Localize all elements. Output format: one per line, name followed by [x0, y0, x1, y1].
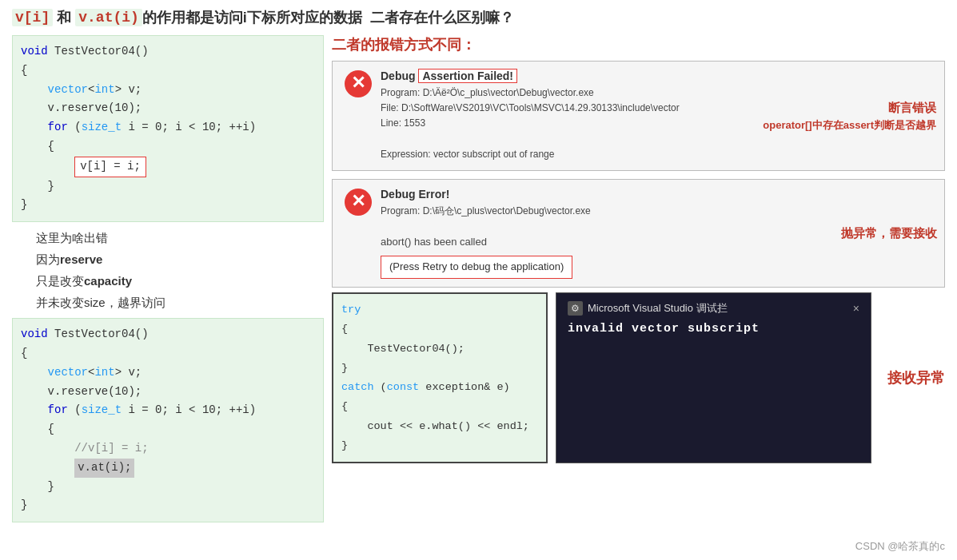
kw-void-1: void	[21, 45, 48, 58]
ann1-line3: 只是改变capacity	[36, 274, 132, 288]
left-panel: void TestVector04() { vector<int> v; v.r…	[12, 35, 324, 526]
bottom-section: try { TestVector04(); } catch (const exc…	[332, 292, 945, 463]
error-dialog-2-wrapper: ✕ Debug Error! Program: D:\码仓\c_plus\vec…	[332, 179, 945, 288]
accept-annotation: 接收异常	[887, 368, 945, 387]
mvs-dialog: ⚙ Microsoft Visual Studio 调试拦 × invalid …	[556, 292, 871, 463]
ann1-line4: 并未改变size，越界访问	[36, 296, 165, 309]
program-line-1: Program: D:\Äë²Ö\c_plus\vector\Debug\vec…	[381, 87, 594, 98]
error-icon-1: ✕	[344, 70, 373, 98]
expression-1: Expression: vector subscript out of rang…	[381, 149, 554, 160]
main-content: void TestVector04() { vector<int> v; v.r…	[12, 35, 945, 526]
right-panel: 二者的报错方式不同： ✕ Debug Assertion Failed! Pro…	[332, 35, 945, 463]
error-body-2: Program: D:\码仓\c_plus\vector\Debug\vecto…	[381, 204, 933, 279]
mvs-title-text: ⚙ Microsoft Visual Studio 调试拦	[568, 301, 728, 316]
code-block-2: void TestVector04() { vector<int> v; v.r…	[12, 318, 324, 522]
error-title-2: Debug Error!	[381, 188, 933, 201]
mvs-title-label: Microsoft Visual Studio 调试拦	[588, 301, 728, 316]
kw-try: try	[341, 304, 361, 316]
mvs-logo: ⚙	[568, 301, 583, 316]
mvs-body: invalid vector subscript	[568, 322, 859, 336]
right-subtitle: 二者的报错方式不同：	[332, 35, 945, 54]
page-title: v[i] 和 v.at(i) 的作用都是访问i下标所对应的数据 二者存在什么区别…	[12, 8, 945, 27]
error-title-1: Debug Assertion Failed!	[381, 70, 933, 82]
ann-right-line2: operator[]中存在assert判断是否越界	[763, 117, 936, 134]
highlighted-at: v.at(i);	[74, 459, 134, 478]
kw-void-2: void	[21, 328, 48, 340]
highlighted-vi: v[i] = i;	[74, 157, 146, 177]
csdn-watermark: CSDN @哈茶真的c	[855, 539, 945, 554]
title-text: 和	[53, 8, 75, 27]
title-suffix: 的作用都是访问i下标所对应的数据 二者存在什么区别嘛？	[142, 8, 514, 27]
page-container: v[i] 和 v.at(i) 的作用都是访问i下标所对应的数据 二者存在什么区别…	[0, 0, 957, 560]
svg-text:✕: ✕	[351, 73, 365, 93]
title-code2: v.at(i)	[75, 9, 142, 26]
annotation-1: 这里为啥出错 因为reserve 只是改变capacity 并未改变size，越…	[36, 227, 324, 313]
error-icon-2: ✕	[344, 188, 373, 216]
error-dialog-1: ✕ Debug Assertion Failed! Program: D:\Äë…	[332, 61, 945, 171]
ann1-line1: 这里为啥出错	[36, 231, 108, 244]
annotation-right-1: 断言错误 operator[]中存在assert判断是否越界	[763, 98, 936, 134]
kw-catch: catch	[341, 381, 374, 393]
program-line-2: Program: D:\码仓\c_plus\vector\Debug\vecto…	[381, 205, 591, 216]
ann-right-line1: 断言错误	[763, 98, 936, 117]
file-line-1: File: D:\SoftWare\VS2019\VC\Tools\MSVC\1…	[381, 102, 680, 113]
type-vector-1: vector	[48, 83, 88, 96]
try-code-block: try { TestVector04(); } catch (const exc…	[332, 292, 548, 463]
code-block-1: void TestVector04() { vector<int> v; v.r…	[12, 35, 324, 222]
abort-called: abort() has been called	[381, 236, 487, 248]
title-code1: v[i]	[12, 9, 53, 26]
svg-text:✕: ✕	[351, 191, 365, 211]
assertion-failed: Assertion Failed!	[418, 69, 517, 83]
ann1-line2: 因为reserve	[36, 252, 102, 266]
error-title-plain-1: Debug	[381, 70, 418, 82]
mvs-title-bar: ⚙ Microsoft Visual Studio 调试拦 ×	[568, 301, 859, 316]
throw-annotation: 抛异常，需要接收	[841, 225, 937, 240]
mvs-close-button[interactable]: ×	[853, 302, 859, 315]
line-num-1: Line: 1553	[381, 117, 425, 129]
retry-button[interactable]: (Press Retry to debug the application)	[381, 256, 572, 279]
